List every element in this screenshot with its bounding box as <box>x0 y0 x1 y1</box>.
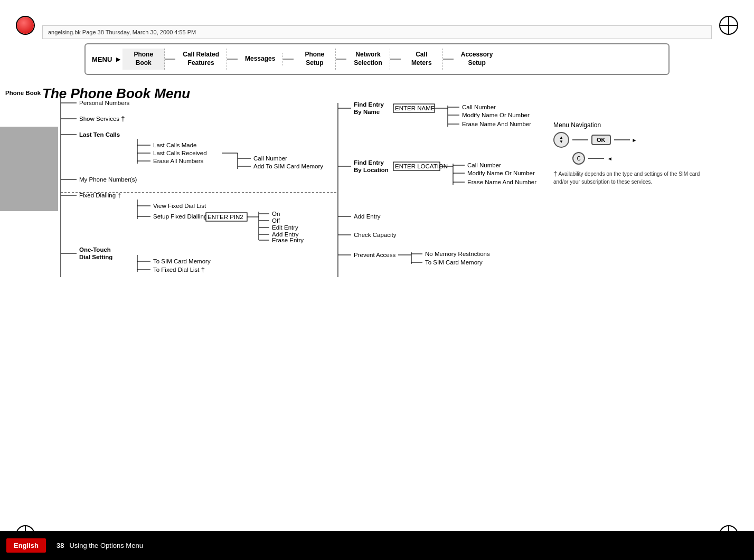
page-number: 38 <box>56 542 64 549</box>
tree-node-call-number-loc: Call Number <box>467 162 501 168</box>
tree-node-on: On <box>272 211 280 217</box>
tree-node-to-sim-memory: To SIM Card Memory <box>153 258 211 264</box>
tree-node-phonebook: Phone Book <box>5 90 41 96</box>
tree-node-by-name: By Name <box>354 109 380 115</box>
tree-node-no-memory-restr: No Memory Restrictions <box>425 251 490 257</box>
tree-node-find-entry-loc: Find Entry <box>354 159 384 166</box>
language-label: English <box>6 538 46 553</box>
tree-node-to-sim-card-mem: To SIM Card Memory <box>425 259 483 265</box>
tree-node-my-phone: My Phone Number(s) <box>79 176 137 183</box>
tree-node-erase-name: Erase Name And Number <box>462 121 531 127</box>
tree-node-modify-name: Modify Name Or Number <box>462 112 530 118</box>
reg-mark-tr <box>719 16 738 35</box>
enter-pin2-text: ENTER PIN2 <box>208 214 243 220</box>
tree-node-call-number-1: Call Number <box>253 155 287 162</box>
tree-node-setup-fixed-dial: Setup Fixed Dialling <box>153 213 207 220</box>
red-circle-decoration <box>17 17 34 34</box>
bottom-section-text: Using the Options Menu <box>69 542 143 549</box>
tree-node-one-touch: One-Touch <box>79 246 111 253</box>
tree-node-last-calls-made: Last Calls Made <box>153 142 196 148</box>
tree-node-prevent-access: Prevent Access <box>354 252 396 258</box>
tree-node-view-fixed-dial: View Fixed Dial List <box>153 203 206 209</box>
tree-node-add-to-sim-1: Add To SIM Card Memory <box>253 163 323 169</box>
tree-node-last-ten-calls: Last Ten Calls <box>79 131 120 138</box>
tree-node-off: Off <box>272 217 280 224</box>
tree-node-last-calls-received: Last Calls Received <box>153 150 207 156</box>
tree-node-erase-entry: Erase Entry <box>272 237 304 243</box>
tree-node-fixed-dialling: Fixed Dialling † <box>79 191 121 199</box>
tree-node-by-location: By Location <box>354 167 389 173</box>
tree-node-call-number-name: Call Number <box>462 104 496 110</box>
tree-node-add-entry: Add Entry <box>354 213 381 220</box>
tree-node-to-fixed-dial: To Fixed Dial List † <box>153 265 205 273</box>
tree-node-erase-all-numbers: Erase All Numbers <box>153 158 203 164</box>
tree-node-personal-numbers: Personal Numbers <box>79 100 129 106</box>
tree-node-edit-entry: Edit Entry <box>272 224 298 231</box>
tree-node-find-entry-name: Find Entry <box>354 101 384 108</box>
bottom-bar: English 38 Using the Options Menu <box>0 531 754 560</box>
tree-diagram: text { font-family: Arial, Helvetica, sa… <box>0 13 665 340</box>
tree-node-show-services: Show Services † <box>79 115 125 122</box>
tree-node-modify-loc: Modify Name Or Number <box>467 170 535 176</box>
tree-node-erase-loc: Erase Name And Number <box>467 179 536 185</box>
enter-name-text: ENTER NAME <box>395 105 435 111</box>
tree-node-dial-setting: Dial Setting <box>79 254 112 260</box>
tree-node-check-capacity: Check Capacity <box>354 232 397 238</box>
